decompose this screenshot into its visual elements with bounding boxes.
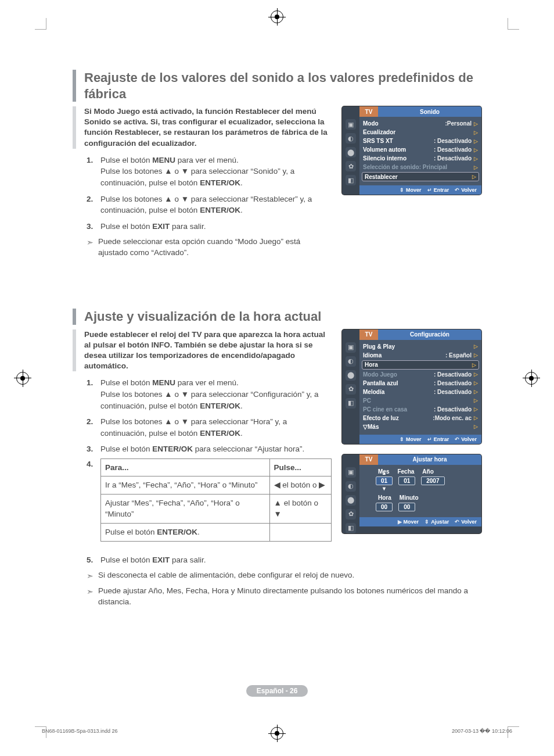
- step-item: 3.Pulse el botón ENTER/OK para seleccion…: [87, 443, 332, 455]
- clock-label: Hora: [378, 495, 391, 501]
- osd-row-value: :Personal: [445, 120, 472, 127]
- page-number-badge: Español - 26: [246, 685, 308, 697]
- osd-menu-row: Modo Juego: Desactivado▷: [363, 370, 478, 379]
- osd-row-label: Plug & Play: [363, 343, 472, 350]
- table-cell: Ir a “Mes”, “Fecha”, “Año”, “Hora” o “Mi…: [101, 476, 270, 495]
- osd-hint-enter: Entrar: [427, 187, 449, 193]
- step-number: 4.: [87, 458, 93, 470]
- osd-row-label: Modo: [363, 120, 445, 127]
- clock-value-hour: 00: [376, 503, 393, 511]
- step-item: 5. Pulse el botón EXIT para salir.: [87, 554, 481, 566]
- note-text: Puede seleccionar esta opción cuando “Mo…: [98, 237, 332, 259]
- osd-row-label: Pantalla azul: [363, 380, 434, 386]
- osd-title: Sonido: [378, 106, 481, 117]
- osd-hint-enter: Entrar: [427, 436, 449, 442]
- osd-menu-row: Volumen autom: Desactivado▷: [363, 145, 478, 154]
- chevron-right-icon: ▷: [474, 130, 478, 135]
- step-number: 1.: [87, 155, 93, 166]
- chevron-right-icon: ▷: [474, 164, 478, 170]
- chevron-right-icon: ▷: [474, 352, 478, 358]
- picture-icon: ▣: [346, 467, 356, 478]
- clock-value-month: 01 ▲ ▼: [376, 476, 393, 485]
- osd-row-value: : Desactivado: [434, 138, 472, 144]
- setup-icon: ✿: [346, 161, 356, 171]
- table-cell: Pulse el botón ENTER/OK.: [101, 524, 270, 542]
- osd-hint-move: Mover: [398, 519, 419, 525]
- osd-menu-row: Hora▷: [362, 360, 479, 370]
- osd-menu-row: ▽Más▷: [363, 422, 478, 431]
- section-title: Reajuste de los valores del sonido a los…: [73, 70, 481, 102]
- step-text: Pulse los botones ▲ o ▼ para seleccionar…: [100, 195, 312, 215]
- setup-icon: ✿: [346, 509, 356, 519]
- chevron-right-icon: ▷: [474, 343, 478, 349]
- note-arrow-icon: ➣: [87, 237, 93, 259]
- step-item: 1.Pulse el botón MENU para ver el menú.P…: [87, 155, 332, 189]
- chevron-right-icon: ▷: [474, 424, 478, 429]
- table-header: Pulse...: [269, 458, 331, 476]
- step-number: 1.: [87, 377, 93, 389]
- osd-menu-row: PC cine en casa: Desactivado▷: [363, 405, 478, 414]
- osd-menu-row: Efecto de luz:Modo enc. ac▷: [363, 414, 478, 422]
- chevron-right-icon: ▷: [472, 362, 476, 368]
- note-item: ➣Puede ajustar Año, Mes, Fecha, Hora y M…: [87, 586, 481, 608]
- step-text: Pulse el botón EXIT para salir.: [100, 556, 206, 564]
- osd-row-label: Melodía: [363, 389, 434, 395]
- chevron-right-icon: ▷: [474, 156, 478, 162]
- section-intro: Si Modo Juego está activado, la función …: [73, 106, 332, 149]
- osd-row-label: SRS TS XT: [363, 138, 434, 144]
- step-number: 3.: [87, 443, 93, 455]
- osd-footer: Mover Ajustar Volver: [359, 517, 481, 526]
- input-icon: ◧: [346, 398, 356, 409]
- chevron-right-icon: ▷: [474, 121, 478, 127]
- picture-icon: ▣: [346, 119, 356, 130]
- clock-label: Fecha: [397, 468, 414, 475]
- step-number: 5.: [87, 554, 93, 566]
- reg-mark-icon: [525, 372, 538, 385]
- chevron-right-icon: ▷: [474, 406, 478, 412]
- note-item: ➣Puede seleccionar esta opción cuando “M…: [87, 237, 332, 259]
- osd-title: Ajustar hora: [378, 454, 481, 465]
- setup-icon: ✿: [346, 384, 356, 395]
- chevron-right-icon: ▷: [474, 397, 478, 403]
- table-cell: [269, 524, 331, 542]
- osd-footer: Mover Entrar Volver: [359, 435, 481, 444]
- note-arrow-icon: ➣: [87, 570, 93, 582]
- osd-row-value: :Modo enc. ac: [433, 415, 472, 421]
- para-pulse-table: Para... Pulse... Ir a “Mes”, “Fecha”, “A…: [100, 458, 332, 542]
- table-cell: Ajustar “Mes”, “Fecha”, “Año”, “Hora” o …: [101, 494, 270, 523]
- note-text: Si desconecta el cable de alimentación, …: [98, 570, 354, 582]
- osd-menu-row: Melodía: Desactivado▷: [363, 388, 478, 396]
- picture-icon: ▣: [346, 342, 356, 353]
- step-text: Pulse los botones ▲ o ▼ para seleccionar…: [100, 417, 287, 438]
- channel-icon: ⬤: [346, 370, 356, 381]
- step-text: Pulse el botón ENTER/OK para seleccionar…: [100, 445, 304, 453]
- steps-list: 1.Pulse el botón MENU para ver el menú.P…: [87, 377, 332, 454]
- input-icon: ◧: [346, 523, 356, 533]
- sound-icon: ◐: [346, 481, 356, 492]
- step-text: Pulse el botón MENU para ver el menú.Pul…: [100, 378, 318, 410]
- osd-row-label: Modo Juego: [363, 371, 434, 378]
- osd-tv-badge: TV: [359, 454, 378, 465]
- osd-row-label: Idioma: [363, 352, 445, 359]
- osd-hint-back: Volver: [455, 187, 477, 193]
- osd-title: Configuración: [378, 329, 481, 340]
- osd-menu-row: Selección de sonido: Principal▷: [363, 163, 478, 171]
- table-row: Ajustar “Mes”, “Fecha”, “Año”, “Hora” o …: [101, 494, 332, 523]
- osd-menu-row: Restablecer▷: [362, 172, 479, 181]
- osd-row-value: : Desactivado: [434, 406, 472, 413]
- step-with-table: 4. Para... Pulse... Ir a “Mes”, “Fecha”,…: [87, 458, 332, 542]
- note-item: ➣Si desconecta el cable de alimentación,…: [87, 570, 481, 582]
- print-filename: BN68-01169B-Spa-0313.indd 26: [42, 728, 118, 734]
- osd-hint-back: Volver: [455, 519, 477, 525]
- section-title: Ajuste y visualización de la hora actual: [73, 309, 481, 325]
- step-number: 3.: [87, 221, 93, 232]
- osd-row-label: Silencio interno: [363, 155, 434, 162]
- table-cell: ◀ el botón o ▶: [269, 476, 331, 495]
- osd-row-label: PC: [363, 397, 472, 404]
- chevron-right-icon: ▷: [474, 389, 478, 395]
- print-timestamp: 2007-03-13 �� 10:12:06: [452, 728, 512, 734]
- chevron-right-icon: ▷: [474, 147, 478, 153]
- sound-icon: ◐: [346, 133, 356, 144]
- osd-row-value: : Desactivado: [434, 389, 472, 395]
- osd-row-value: : Desactivado: [434, 155, 472, 162]
